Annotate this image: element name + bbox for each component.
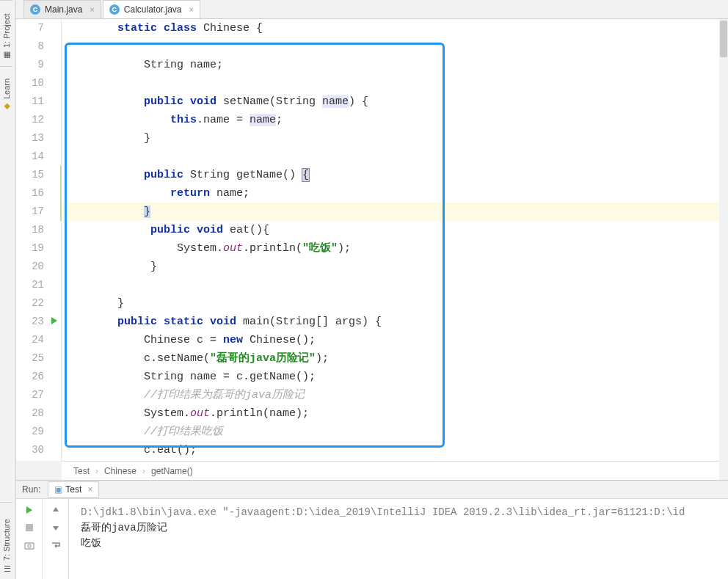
run-toolbar-primary <box>16 499 43 579</box>
line-number: 26 <box>16 368 48 386</box>
tool-learn[interactable]: ◆ Learn <box>0 66 12 117</box>
run-gutter-icon[interactable] <box>51 317 57 324</box>
line-number: 29 <box>16 423 48 441</box>
code-editor[interactable]: static class Chinese { String name; publ… <box>62 19 719 461</box>
scroll-thumb[interactable] <box>720 21 727 57</box>
code-line[interactable] <box>62 74 719 92</box>
tool-project[interactable]: ▦ 1: Project <box>0 0 12 66</box>
console-line: 吃饭 <box>81 536 716 551</box>
line-number: 8 <box>16 37 48 56</box>
line-number: 30 <box>16 441 48 459</box>
java-class-icon: C <box>30 4 40 15</box>
code-line[interactable]: } <box>62 294 719 313</box>
tab-label: Calculator.java <box>124 4 182 15</box>
editor-gutter: 7891011121314151617181920212223242526272… <box>16 19 62 461</box>
code-line[interactable]: String name; <box>62 56 719 74</box>
tool-label: 1: Project <box>2 14 11 48</box>
line-number: 19 <box>16 239 48 258</box>
application-icon: ▣ <box>54 484 62 495</box>
line-number: 24 <box>16 331 48 349</box>
stop-icon[interactable] <box>24 522 34 533</box>
console-line: 磊哥的java历险记 <box>81 520 716 536</box>
down-icon[interactable] <box>51 522 61 533</box>
line-number: 12 <box>16 111 48 129</box>
line-number: 14 <box>16 148 48 166</box>
close-icon[interactable]: × <box>87 484 92 495</box>
chevron-right-icon: › <box>139 466 148 476</box>
run-toolbar-secondary <box>43 499 69 579</box>
breadcrumb-item[interactable]: Test <box>70 466 92 476</box>
svg-point-2 <box>28 545 31 547</box>
line-number: 23 <box>16 313 48 331</box>
run-config-name: Test <box>65 484 81 495</box>
run-config-tab[interactable]: ▣ Test × <box>48 481 99 498</box>
tool-label: Learn <box>2 79 11 99</box>
code-line[interactable]: } <box>62 129 719 148</box>
console-line-cmd: D:\jdk1.8\bin\java.exe "-javaagent:D:\id… <box>81 505 716 520</box>
line-number: 27 <box>16 386 48 404</box>
line-number: 11 <box>16 92 48 111</box>
folder-icon: ▦ <box>1 51 11 60</box>
line-number: 16 <box>16 184 48 203</box>
line-number: 22 <box>16 294 48 313</box>
line-number: 25 <box>16 349 48 368</box>
soft-wrap-icon[interactable] <box>51 540 61 550</box>
console-output[interactable]: D:\jdk1.8\bin\java.exe "-javaagent:D:\id… <box>69 499 728 579</box>
code-line[interactable]: c.setName("磊哥的java历险记"); <box>62 349 719 368</box>
line-number: 13 <box>16 129 48 148</box>
run-icon[interactable] <box>24 505 34 515</box>
code-line[interactable]: c.eat(); <box>62 441 719 459</box>
breadcrumb-item[interactable]: getName() <box>148 466 196 476</box>
tab-calculator[interactable]: C Calculator.java × <box>103 0 200 18</box>
code-line[interactable] <box>62 37 719 56</box>
tab-label: Main.java <box>45 4 82 15</box>
camera-icon[interactable] <box>24 540 34 550</box>
code-line[interactable]: public String getName() { <box>62 166 719 184</box>
code-line[interactable]: String name = c.getName(); <box>62 368 719 386</box>
editor-tabs: C Main.java × C Calculator.java × <box>16 0 728 19</box>
line-number: 21 <box>16 276 48 294</box>
run-label: Run: <box>22 484 40 495</box>
line-number: 9 <box>16 56 48 74</box>
up-icon[interactable] <box>51 505 61 515</box>
code-line[interactable]: return name; <box>62 184 719 203</box>
tool-structure[interactable]: ☰ 7: Structure <box>0 502 12 579</box>
code-line[interactable] <box>62 148 719 166</box>
line-number: 20 <box>16 258 48 276</box>
editor-scrollbar[interactable] <box>719 19 728 461</box>
breadcrumb-item[interactable]: Chinese <box>101 466 139 476</box>
breadcrumb-bar: Test › Chinese › getName() <box>62 461 719 480</box>
code-line[interactable]: System.out.println("吃饭"); <box>62 239 719 258</box>
close-icon[interactable]: × <box>189 5 194 14</box>
code-line[interactable]: public static void main(String[] args) { <box>62 313 719 331</box>
left-tool-rail: ▦ 1: Project ◆ Learn ☰ 7: Structure <box>0 0 16 579</box>
line-number: 18 <box>16 221 48 239</box>
line-number: 10 <box>16 74 48 92</box>
code-line[interactable]: static class Chinese { <box>62 19 719 37</box>
java-class-icon: C <box>109 4 120 15</box>
code-line[interactable]: public void setName(String name) { <box>62 92 719 111</box>
run-panel: Run: ▣ Test × D:\jdk1.8\bin\java.exe "-j… <box>16 480 728 579</box>
tab-main[interactable]: C Main.java × <box>23 0 101 18</box>
run-header: Run: ▣ Test × <box>16 481 728 499</box>
chevron-right-icon: › <box>92 466 101 476</box>
code-line[interactable]: } <box>62 258 719 276</box>
code-line[interactable]: //打印结果吃饭 <box>62 423 719 441</box>
line-number: 7 <box>16 19 48 37</box>
code-line[interactable]: Chinese c = new Chinese(); <box>62 331 719 349</box>
line-number: 17 <box>16 203 48 221</box>
structure-icon: ☰ <box>1 564 11 573</box>
code-line[interactable] <box>62 276 719 294</box>
learn-icon: ◆ <box>1 102 11 112</box>
code-line[interactable]: public void eat(){ <box>62 221 719 239</box>
code-line[interactable]: System.out.println(name); <box>62 404 719 423</box>
svg-rect-0 <box>26 524 33 531</box>
tool-label: 7: Structure <box>2 519 11 561</box>
line-number: 28 <box>16 404 48 423</box>
code-line[interactable]: this.name = name; <box>62 111 719 129</box>
close-icon[interactable]: × <box>90 5 94 14</box>
code-line[interactable]: } <box>62 203 719 221</box>
svg-rect-1 <box>25 543 34 549</box>
line-number: 15 <box>16 166 48 184</box>
code-line[interactable]: //打印结果为磊哥的java历险记 <box>62 386 719 404</box>
